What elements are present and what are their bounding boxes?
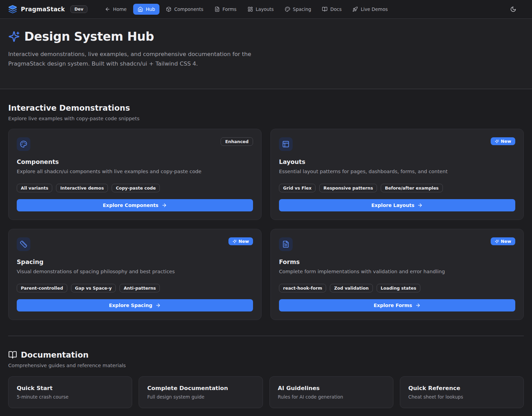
explore-button-label: Explore Layouts [372, 203, 415, 208]
package-icon [166, 6, 171, 12]
doc-card-title: Quick Start [17, 385, 124, 391]
tag: Grid vs Flex [279, 184, 316, 192]
hero-section: Design System Hub Interactive demonstrat… [0, 19, 532, 89]
doc-card-title: Quick Reference [408, 385, 515, 391]
demos-heading: Interactive Demonstrations [8, 103, 524, 112]
brand[interactable]: PragmaStack [8, 5, 65, 14]
demo-card-components: Enhanced Components Explore all shadcn/u… [8, 129, 262, 220]
new-badge-label: New [239, 239, 249, 244]
new-badge: New [491, 237, 516, 245]
arrow-right-icon [162, 203, 167, 208]
arrow-right-icon [155, 303, 161, 308]
main-content: Interactive Demonstrations Explore live … [0, 89, 532, 408]
tag: Loading states [377, 284, 420, 292]
arrow-right-icon [417, 203, 423, 208]
card-description: Essential layout patterns for pages, das… [279, 168, 515, 176]
nav-item-layouts[interactable]: Layouts [243, 4, 278, 15]
card-title: Spacing [17, 259, 253, 265]
forms-icon-tile [279, 237, 293, 251]
explore-layouts-button[interactable]: Explore Layouts [279, 199, 515, 211]
spacing-icon-tile [17, 237, 30, 251]
explore-forms-button[interactable]: Explore Forms [279, 299, 515, 311]
doc-card-quick-start[interactable]: Quick Start 5-minute crash course [8, 376, 132, 408]
sparkles-icon [495, 239, 499, 244]
brand-name: PragmaStack [21, 6, 65, 13]
page-title: Design System Hub [24, 30, 154, 43]
documentation-heading-label: Documentation [21, 350, 88, 359]
enhanced-badge: Enhanced [221, 137, 253, 146]
home-icon [138, 6, 143, 12]
demo-card-spacing: New Spacing Visual demonstrations of spa… [8, 229, 262, 320]
doc-card-title: Complete Documentation [147, 385, 254, 391]
tag: Gap vs Space-y [71, 284, 116, 292]
documentation-subheading: Comprehensive guides and reference mater… [8, 363, 524, 368]
new-badge-label: New [501, 239, 512, 244]
doc-card-quick-reference[interactable]: Quick Reference Cheat sheet for lookups [400, 376, 524, 408]
tag-row: react-hook-form Zod validation Loading s… [279, 284, 515, 292]
book-open-icon [8, 350, 17, 359]
card-description: Visual demonstrations of spacing philoso… [17, 268, 253, 276]
doc-card-description: Rules for AI code generation [278, 394, 385, 400]
doc-card-ai-guidelines[interactable]: AI Guidelines Rules for AI code generati… [269, 376, 393, 408]
nav-item-label: Forms [223, 6, 237, 12]
nav-item-docs[interactable]: Docs [318, 4, 346, 15]
nav-item-label: Spacing [293, 6, 311, 12]
nav-item-label: Docs [330, 6, 341, 12]
demo-card-layouts: New Layouts Essential layout patterns fo… [270, 129, 524, 220]
tag: Anti-patterns [120, 284, 160, 292]
nav-item-label: Layouts [256, 6, 274, 12]
nav-item-label: Live Demos [361, 6, 388, 12]
nav-item-home[interactable]: Home [100, 4, 131, 15]
tag-row: Parent-controlled Gap vs Space-y Anti-pa… [17, 284, 253, 292]
page-subtitle: Interactive demonstrations, live example… [8, 50, 263, 68]
layouts-icon-tile [279, 137, 293, 151]
sparkles-icon [8, 31, 20, 42]
card-description: Explore all shadcn/ui components with li… [17, 168, 253, 176]
book-open-icon [322, 6, 327, 12]
nav-item-label: Home [113, 6, 127, 12]
demos-subheading: Explore live examples with copy-paste co… [8, 116, 524, 121]
card-title: Components [17, 158, 253, 165]
theme-toggle-button[interactable] [507, 3, 519, 15]
demo-card-grid: Enhanced Components Explore all shadcn/u… [8, 129, 524, 320]
nav-item-spacing[interactable]: Spacing [280, 4, 316, 15]
nav-links: Home Hub Components Forms Layouts Spacin… [100, 4, 392, 15]
arrow-right-icon [415, 303, 421, 308]
explore-button-label: Explore Spacing [109, 303, 152, 308]
new-badge: New [491, 137, 516, 145]
rocket-icon [352, 6, 358, 12]
demo-card-forms: New Forms Complete form implementations … [270, 229, 524, 320]
tag: Zod validation [330, 284, 373, 292]
doc-card-description: 5-minute crash course [17, 394, 124, 400]
palette-icon [20, 140, 27, 148]
file-text-icon [282, 240, 290, 248]
nav-item-hub[interactable]: Hub [133, 4, 159, 15]
new-badge: New [228, 237, 253, 245]
components-icon-tile [17, 137, 30, 151]
explore-spacing-button[interactable]: Explore Spacing [17, 299, 253, 311]
tag: react-hook-form [279, 284, 326, 292]
tag: Copy-paste code [112, 184, 160, 192]
new-badge-label: New [501, 139, 512, 144]
explore-button-label: Explore Components [103, 203, 158, 208]
card-title: Forms [279, 259, 515, 265]
explore-components-button[interactable]: Explore Components [17, 199, 253, 211]
nav-item-forms[interactable]: Forms [210, 4, 241, 15]
palette-icon [285, 6, 290, 12]
doc-card-title: AI Guidelines [278, 385, 385, 391]
navbar: PragmaStack Dev Home Hub Components Form… [0, 0, 532, 19]
explore-button-label: Explore Forms [374, 303, 412, 308]
layers-logo-icon [8, 5, 17, 14]
doc-card-grid: Quick Start 5-minute crash course Comple… [8, 376, 524, 408]
nav-item-components[interactable]: Components [162, 4, 208, 15]
nav-item-label: Hub [146, 6, 155, 12]
nav-item-live-demos[interactable]: Live Demos [348, 4, 392, 15]
tag: Before/after examples [381, 184, 443, 192]
tag: Parent-controlled [17, 284, 67, 292]
ruler-icon [20, 240, 27, 248]
card-title: Layouts [279, 158, 515, 165]
tag-row: All variants Interactive demos Copy-past… [17, 184, 253, 192]
layout-template-icon [282, 140, 290, 148]
doc-card-description: Cheat sheet for lookups [408, 394, 515, 400]
doc-card-complete-documentation[interactable]: Complete Documentation Full design syste… [139, 376, 263, 408]
